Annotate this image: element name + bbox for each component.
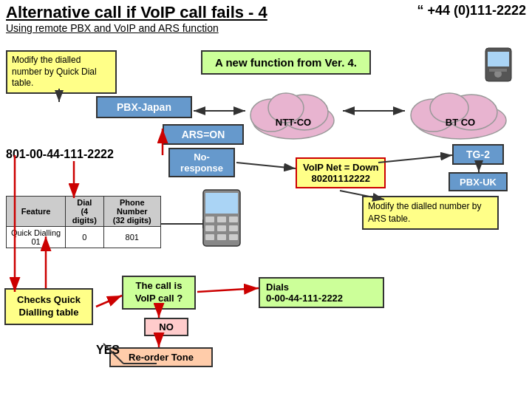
table-body: Quick Dialling 01 0 801 <box>7 227 161 248</box>
pbx-uk-box: PBX-UK <box>449 172 508 191</box>
tg2-box: TG-2 <box>452 144 504 165</box>
svg-rect-1 <box>488 52 509 66</box>
dials-box: Dials 0-00-44-111-2222 <box>259 277 384 308</box>
ars-on-box: ARS=ON <box>163 124 244 145</box>
voip-net-line2: 80201112222 <box>303 173 378 184</box>
dials-line2: 0-00-44-111-2222 <box>266 293 377 304</box>
phone-image <box>482 44 526 85</box>
svg-rect-43 <box>205 234 214 240</box>
number-label: 801-00-44-111-2222 <box>6 148 114 161</box>
svg-rect-42 <box>229 225 238 231</box>
voip-net-down-box: VoIP Net = Down 80201112222 <box>296 157 386 188</box>
svg-rect-41 <box>217 225 226 231</box>
modify-ars-box: Modify the dialled number by ARS table. <box>362 196 499 230</box>
cell-phone: 801 <box>103 227 160 248</box>
svg-rect-44 <box>217 234 226 240</box>
svg-rect-40 <box>205 225 214 231</box>
voip-call-box: The call is VoIP call ? <box>122 276 196 310</box>
svg-rect-36 <box>205 193 238 214</box>
ntt-co-cloud: NTT-CO <box>245 80 341 140</box>
quote-mark: “ <box>417 3 423 18</box>
pbx-japan-box: PBX-Japan <box>96 96 192 118</box>
svg-rect-3 <box>489 69 507 72</box>
svg-text:BT CO: BT CO <box>446 117 475 128</box>
svg-line-22 <box>236 163 296 168</box>
col-phone: Phone Number(32 digits) <box>103 197 160 227</box>
col-dial: Dial(4 digits) <box>66 197 103 227</box>
quick-dial-table: Feature Dial(4 digits) Phone Number(32 d… <box>6 196 161 248</box>
dials-line1: Dials <box>266 282 377 293</box>
cell-dial: 0 <box>66 227 103 248</box>
checks-quick-dialling-box: Checks Quick Dialling table <box>4 288 93 325</box>
voip-call-line2: VoIP call ? <box>128 293 190 305</box>
svg-line-29 <box>197 288 259 292</box>
yes-label: YES <box>96 344 120 357</box>
svg-rect-39 <box>229 216 238 222</box>
phone-number-text: +44 (0)111-2222 <box>427 3 526 18</box>
svg-text:NTT-CO: NTT-CO <box>276 117 311 128</box>
table-row: Quick Dialling 01 0 801 <box>7 227 161 248</box>
svg-line-23 <box>378 155 452 163</box>
svg-rect-45 <box>229 234 238 240</box>
phone-device-image <box>200 188 244 248</box>
phone-number-display: “ +44 (0)111-2222 <box>417 3 526 18</box>
svg-line-28 <box>96 296 122 307</box>
no-response-box: No-response <box>168 148 235 177</box>
no-box: NO <box>144 318 188 336</box>
cell-feature: Quick Dialling 01 <box>7 227 66 248</box>
col-feature: Feature <box>7 197 66 227</box>
page-subtitle: Using remote PBX and VoIP and ARS functi… <box>6 22 526 34</box>
voip-net-line1: VoIP Net = Down <box>303 162 378 173</box>
reorder-tone-box: Re-order Tone <box>109 347 213 367</box>
no-response-text: No-response <box>180 151 223 174</box>
modify-dialled-box: Modify the dialled number by Quick Dial … <box>6 50 117 94</box>
table-header: Feature Dial(4 digits) Phone Number(32 d… <box>7 197 161 227</box>
bt-co-cloud: BT CO <box>405 80 516 140</box>
svg-rect-37 <box>205 216 214 222</box>
new-function-box: A new function from Ver. 4. <box>201 50 371 75</box>
voip-call-line1: The call is <box>128 280 190 293</box>
svg-rect-38 <box>217 216 226 222</box>
